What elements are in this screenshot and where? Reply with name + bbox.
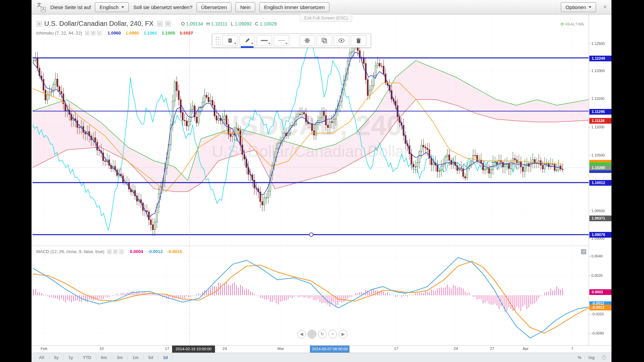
percent-scale-toggle[interactable]: % — [578, 355, 581, 360]
chevron-down-icon — [121, 6, 124, 8]
price-badge: 1.11126 — [589, 118, 611, 124]
time-label: 24 — [454, 347, 458, 351]
visibility-icon[interactable]: ◎ — [107, 249, 112, 254]
google-translate-icon: 文A — [37, 3, 46, 11]
gear-icon[interactable]: ⚙ — [113, 249, 118, 254]
chart-app: USDCAD, 240U.S. Dollar/Canadian Dollar ★… — [32, 14, 611, 362]
price-badge: 1.10012 — [589, 180, 611, 186]
template-button[interactable] — [222, 35, 238, 46]
line-thickness-button[interactable] — [257, 35, 272, 46]
pane-divider[interactable] — [32, 246, 611, 246]
time-axis[interactable]: Feb101724Mar172427Apr72014-02-19 10:00:0… — [32, 345, 611, 353]
price-axis[interactable]: 1.125001.120001.115001.110001.105001.095… — [589, 14, 611, 345]
time-badge: 2014-03-07 06:00:00 — [310, 346, 350, 353]
time-label: 10 — [100, 347, 104, 351]
floating-toolbar — [212, 34, 371, 48]
scroll-right-button[interactable]: ▶ — [339, 330, 347, 339]
price-badge: 1.10280 — [589, 165, 611, 171]
ohlc-values: O1.09134H1.10111L1.09092C1.10029 — [178, 21, 277, 26]
translate-button[interactable]: Übersetzen — [197, 2, 232, 12]
language-selector[interactable]: Englisch — [95, 2, 129, 12]
time-label: 27 — [490, 347, 494, 351]
range-button-3m[interactable]: 3m — [112, 355, 128, 360]
range-button-all[interactable]: All — [34, 355, 49, 360]
drag-handle-icon[interactable] — [215, 36, 220, 45]
chevron-down-icon — [285, 43, 287, 44]
delete-trash-button[interactable] — [351, 35, 366, 46]
range-button-ytd[interactable]: YTD — [78, 355, 96, 360]
line-style-button[interactable] — [274, 35, 289, 46]
chevron-down-icon — [251, 43, 253, 44]
price-badge: 0.0003 — [589, 289, 611, 295]
chevron-down-icon — [589, 6, 591, 8]
range-buttons: All5y1yYTD6m3m1m5d1d — [32, 355, 173, 360]
translate-question: Soll sie übersetzt werden? — [133, 4, 193, 10]
scroll-left-button[interactable]: ◀ — [297, 330, 306, 339]
close-icon[interactable]: × — [97, 31, 102, 36]
price-badge: 1.09371 — [589, 216, 611, 221]
session-clock-icon[interactable] — [602, 355, 606, 360]
ohlc-label: C — [255, 21, 258, 26]
translate-message: Diese Seite ist auf — [50, 4, 91, 10]
chevron-down-icon — [268, 43, 270, 44]
price-tick: 1.12000 — [589, 69, 611, 73]
no-button[interactable]: Nein — [235, 2, 255, 12]
range-button-6m[interactable]: 6m — [96, 355, 112, 360]
settings-button[interactable] — [300, 35, 315, 46]
realtime-clock-icon: ⟳ — [560, 22, 564, 27]
time-label: 24 — [223, 347, 227, 351]
translate-bar: 文A Diese Seite ist auf Englisch Soll sie… — [32, 0, 611, 14]
time-label: Apr — [523, 347, 529, 351]
price-tick: -0.0040 — [589, 331, 611, 335]
indicator-value: 1.1005 — [162, 31, 175, 36]
zoom-out-button[interactable]: − — [308, 330, 316, 339]
visibility-icon[interactable]: ◎ — [157, 21, 163, 27]
indicator-value: 1.1061 — [144, 31, 157, 36]
reset-view-button[interactable]: ↻ — [318, 330, 327, 339]
zoom-in-button[interactable]: + — [328, 330, 337, 339]
macd-value: -0.0015 — [167, 249, 182, 254]
close-icon[interactable]: × — [119, 249, 124, 254]
log-scale-toggle[interactable]: log — [588, 355, 595, 360]
range-button-5d[interactable]: 5d — [144, 355, 158, 360]
chevron-down-icon — [234, 43, 236, 44]
visibility-icon[interactable]: ◎ — [85, 31, 90, 36]
expand-pane-icon[interactable]: ↗ — [581, 249, 586, 254]
realtime-status: ⟳ REALTIME — [560, 22, 585, 27]
macd-value: -0.0012 — [148, 249, 163, 254]
indicator-value: 1.0960 — [125, 31, 139, 36]
indicator-value: 1.1027 — [180, 31, 193, 36]
favorite-star-icon[interactable]: ★ — [36, 21, 42, 27]
ohlc-value: 1.09134 — [186, 21, 203, 26]
gear-icon[interactable]: ⚙ — [91, 31, 96, 36]
range-button-5y[interactable]: 5y — [49, 355, 64, 360]
time-label: Feb — [41, 347, 47, 351]
price-badge — [589, 170, 611, 173]
screen: 文A Diese Seite ist auf Englisch Soll sie… — [0, 0, 644, 362]
ohlc-value: 1.09092 — [235, 21, 252, 26]
range-button-1y[interactable]: 1y — [64, 355, 78, 360]
visibility-eye-button[interactable] — [334, 35, 349, 46]
price-tick: 0.0020 — [589, 274, 611, 278]
price-tick: 0.0040 — [589, 254, 611, 258]
always-translate-button[interactable]: Englisch immer übersetzen — [259, 2, 329, 12]
indicator-value: 1.0960 — [108, 31, 121, 36]
price-tick: 1.11000 — [589, 125, 611, 129]
range-button-1m[interactable]: 1m — [128, 355, 144, 360]
main-chart-canvas[interactable]: USDCAD, 240U.S. Dollar/Canadian Dollar — [33, 14, 589, 246]
price-badge: 1.11295 — [589, 109, 611, 115]
draw-tool-button[interactable] — [239, 35, 255, 46]
ohlc-value: 1.10029 — [260, 21, 277, 26]
line-drag-handle[interactable] — [310, 233, 313, 236]
range-button-1d[interactable]: 1d — [158, 355, 173, 360]
price-tick: 1.12500 — [589, 42, 611, 46]
exit-fullscreen-tooltip: Exit Full Screen (ESC) — [300, 14, 352, 22]
indicator-values: 1.09601.09601.10611.10051.1027 — [103, 31, 193, 36]
gear-icon[interactable]: ⚙ — [165, 21, 171, 27]
options-button[interactable]: Optionen — [561, 2, 596, 12]
clone-button[interactable] — [317, 35, 332, 46]
macd-label: MACD (12, 26, close, 9, false, true) — [36, 249, 104, 254]
price-tick: -0.0020 — [589, 312, 611, 316]
time-label: 17 — [165, 347, 169, 351]
close-icon[interactable]: × — [603, 4, 607, 10]
